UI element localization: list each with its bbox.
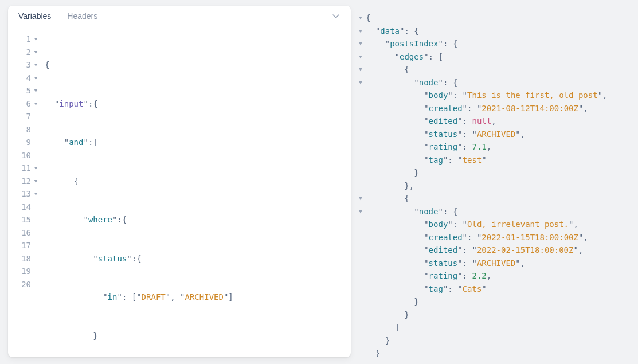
fold-toggle-icon[interactable]: ▼	[355, 192, 366, 205]
response-line: ▼{	[355, 11, 632, 25]
response-code: {	[366, 192, 409, 205]
response-line: ▼ "node": {	[355, 205, 632, 218]
response-code: ]	[366, 321, 400, 334]
gutter-line: 5▼	[8, 84, 38, 97]
gutter-line: 15	[8, 213, 38, 226]
response-panel: ▼{▼ "data": {▼ "postsIndex": {▼ "edges":…	[351, 5, 638, 364]
tab-variables[interactable]: Variables	[18, 11, 51, 21]
line-number: 7	[26, 110, 32, 123]
gutter-line: 11▼	[8, 162, 38, 175]
fold-toggle-icon[interactable]: ▼	[355, 205, 366, 218]
line-number: 4	[26, 72, 32, 85]
response-code: }	[366, 347, 380, 360]
response-line: }	[355, 334, 632, 347]
chevron-down-icon[interactable]	[331, 11, 340, 21]
response-code: "rating": 2.2,	[366, 269, 491, 283]
line-number: 1	[26, 33, 32, 46]
response-code: {	[366, 63, 409, 76]
response-line: },	[355, 179, 632, 193]
response-code: },	[366, 179, 414, 193]
response-code: "postsIndex": {	[366, 37, 457, 50]
fold-toggle-icon[interactable]: ▼	[355, 37, 366, 50]
response-line: ▼ "edges": [	[355, 50, 632, 64]
response-code: }	[366, 166, 419, 179]
fold-toggle-icon[interactable]: ▼	[32, 46, 38, 59]
gutter-line: 18	[8, 252, 38, 265]
response-line: ▼ "postsIndex": {	[355, 37, 632, 50]
line-number: 13	[21, 187, 32, 201]
response-code: "body": "Old, irrelevant post.",	[366, 218, 578, 231]
response-code: "edited": "2022-02-15T18:00:00Z",	[366, 244, 583, 257]
response-line: }	[355, 295, 632, 308]
fold-toggle-icon[interactable]: ▼	[32, 84, 38, 97]
fold-toggle-icon[interactable]: ▼	[355, 63, 366, 76]
response-code: {	[366, 11, 370, 25]
line-number: 2	[26, 46, 32, 59]
response-line: ]	[355, 321, 632, 334]
line-number: 11	[21, 162, 32, 175]
gutter-line: 14	[8, 201, 38, 214]
response-code: "status": "ARCHIVED",	[366, 128, 525, 141]
tab-headers[interactable]: Headers	[67, 11, 97, 21]
gutter-line: 4▼	[8, 72, 38, 85]
line-number: 19	[21, 265, 32, 278]
response-code: }	[366, 334, 390, 347]
response-code: "node": {	[366, 76, 457, 89]
response-code: "status": "ARCHIVED",	[366, 257, 525, 270]
fold-toggle-icon[interactable]: ▼	[32, 187, 38, 201]
response-code: "rating": 7.1,	[366, 140, 491, 154]
gutter-line: 1▼	[8, 33, 38, 46]
response-line: ▼ {	[355, 63, 632, 76]
response-line: }	[355, 166, 632, 179]
response-line: "edited": null,	[355, 115, 632, 128]
gutter-line: 10	[8, 149, 38, 162]
editor-content[interactable]: { "input":{ "and":[ { "where":{ "status"…	[40, 33, 351, 350]
response-code: "tag": "Cats"	[366, 283, 487, 296]
response-line: }	[355, 308, 632, 322]
response-line: "tag": "Cats"	[355, 283, 632, 296]
line-number: 10	[21, 149, 32, 162]
response-code: }	[366, 295, 419, 308]
line-number: 17	[21, 239, 32, 252]
line-number: 20	[21, 278, 32, 291]
gutter-line: 13▼	[8, 187, 38, 201]
line-number: 9	[26, 136, 32, 149]
response-line: "tag": "test"	[355, 154, 632, 167]
fold-toggle-icon[interactable]: ▼	[32, 162, 38, 175]
response-line: }	[355, 347, 632, 360]
gutter-line: 16	[8, 226, 38, 240]
gutter-line: 20	[8, 278, 38, 291]
fold-toggle-icon[interactable]: ▼	[32, 97, 38, 111]
app-root: Variables Headers 1▼2▼3▼4▼5▼6▼7891011▼12…	[0, 0, 638, 364]
gutter-line: 17	[8, 239, 38, 252]
line-number: 8	[26, 123, 32, 136]
fold-toggle-icon[interactable]: ▼	[32, 33, 38, 46]
response-line: "created": "2021-08-12T14:00:00Z",	[355, 102, 632, 115]
line-number: 18	[21, 252, 32, 265]
variables-editor[interactable]: 1▼2▼3▼4▼5▼6▼7891011▼12▼13▼14151617181920…	[8, 26, 351, 357]
response-line: ▼ {	[355, 192, 632, 205]
editor-gutter: 1▼2▼3▼4▼5▼6▼7891011▼12▼13▼14151617181920	[8, 33, 40, 350]
fold-toggle-icon[interactable]: ▼	[355, 50, 366, 64]
response-code: "created": "2021-08-12T14:00:00Z",	[366, 102, 588, 115]
response-code: "edges": [	[366, 50, 443, 64]
fold-toggle-icon[interactable]: ▼	[355, 25, 366, 38]
variables-panel: Variables Headers 1▼2▼3▼4▼5▼6▼7891011▼12…	[8, 6, 351, 357]
fold-toggle-icon[interactable]: ▼	[32, 58, 38, 72]
response-line: "rating": 7.1,	[355, 140, 632, 154]
fold-toggle-icon[interactable]: ▼	[355, 76, 366, 89]
fold-toggle-icon[interactable]: ▼	[355, 11, 366, 25]
response-code: "node": {	[366, 205, 457, 218]
gutter-line: 6▼	[8, 97, 38, 111]
response-line: "created": "2022-01-15T18:00:00Z",	[355, 231, 632, 244]
response-line: "edited": "2022-02-15T18:00:00Z",	[355, 244, 632, 257]
response-code: "data": {	[366, 25, 419, 38]
gutter-line: 3▼	[8, 58, 38, 72]
line-number: 6	[26, 97, 32, 111]
gutter-line: 12▼	[8, 175, 38, 188]
line-number: 5	[26, 84, 32, 97]
response-line: ▼ "data": {	[355, 25, 632, 38]
fold-toggle-icon[interactable]: ▼	[32, 72, 38, 85]
line-number: 16	[21, 226, 32, 240]
fold-toggle-icon[interactable]: ▼	[32, 175, 38, 188]
